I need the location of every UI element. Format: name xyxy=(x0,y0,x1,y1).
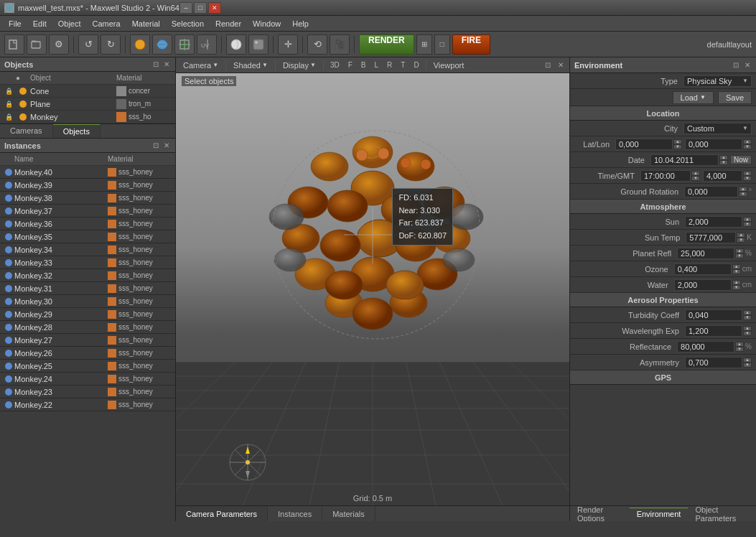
vp-close-btn[interactable]: ✕ xyxy=(556,61,565,69)
planet-spinner[interactable]: ▲ ▼ xyxy=(735,248,744,258)
gmt-spinner[interactable]: ▲ ▼ xyxy=(743,171,752,181)
render-options-2[interactable]: □ xyxy=(434,34,450,55)
instance-row[interactable]: Monkey.33 sss_honey xyxy=(0,256,175,269)
save-button[interactable]: Save xyxy=(718,91,752,104)
tab-cameras[interactable]: Cameras xyxy=(0,124,53,138)
new-button[interactable] xyxy=(4,34,24,55)
view-f[interactable]: F xyxy=(346,61,355,69)
sun-spinner[interactable]: ▲ ▼ xyxy=(743,217,752,227)
sun-temp-down[interactable]: ▼ xyxy=(737,238,745,243)
instance-row[interactable]: Monkey.34 sss_honey xyxy=(0,243,175,256)
type-select[interactable]: Physical Sky ▼ xyxy=(683,75,752,87)
ground-up[interactable]: ▲ xyxy=(739,187,747,192)
reflectance-spinner[interactable]: ▲ ▼ xyxy=(735,342,744,352)
open-button[interactable] xyxy=(27,34,47,55)
settings-button[interactable]: ⚙ xyxy=(49,34,69,55)
object-row-monkey[interactable]: 🔒 Monkey sss_ho xyxy=(0,111,175,123)
lat-up[interactable]: ▲ xyxy=(673,139,682,144)
turbidity-value[interactable]: 0,040 xyxy=(685,309,742,321)
view-d[interactable]: D xyxy=(411,61,421,69)
time-up[interactable]: ▲ xyxy=(691,171,700,176)
sun-up[interactable]: ▲ xyxy=(743,217,752,222)
ozone-value[interactable]: 0,400 xyxy=(674,263,732,275)
instance-row[interactable]: Monkey.22 sss_honey xyxy=(0,398,175,411)
menu-item-window[interactable]: Window xyxy=(247,18,286,29)
ozone-up[interactable]: ▲ xyxy=(732,264,741,269)
minimize-button[interactable]: – xyxy=(179,2,192,14)
redo-button[interactable]: ↻ xyxy=(101,34,121,55)
shading-dropdown[interactable]: Shaded ▼ xyxy=(230,61,271,70)
maximize-button[interactable]: □ xyxy=(194,2,207,14)
viewport-dropdown[interactable]: Viewport xyxy=(431,61,467,70)
bottom-tab-camera-parameters[interactable]: Camera Parameters xyxy=(176,506,268,521)
wavelength-up[interactable]: ▲ xyxy=(743,326,752,331)
lon-spinner[interactable]: ▲ ▼ xyxy=(743,139,752,149)
uv-tool[interactable]: UV xyxy=(197,34,217,55)
instance-row[interactable]: Monkey.26 sss_honey xyxy=(0,347,175,360)
titlebar-controls[interactable]: – □ ✕ xyxy=(179,2,221,14)
instance-row[interactable]: Monkey.25 sss_honey xyxy=(0,360,175,373)
instance-row[interactable]: Monkey.37 sss_honey xyxy=(0,205,175,218)
sun-value[interactable]: 2,000 xyxy=(685,216,742,228)
fire-button[interactable]: FIRE xyxy=(452,34,490,55)
instances-dock[interactable]: ⊡ xyxy=(151,141,160,149)
instance-row[interactable]: Monkey.35 sss_honey xyxy=(0,230,175,243)
sun-temp-spinner[interactable]: ▲ ▼ xyxy=(737,233,745,243)
sun-down[interactable]: ▼ xyxy=(743,222,752,227)
view-b[interactable]: B xyxy=(359,61,368,69)
move-tool[interactable]: ✛ xyxy=(278,34,298,55)
render-button[interactable]: RENDER xyxy=(359,34,414,55)
sphere-tool[interactable] xyxy=(130,34,150,55)
turbidity-down[interactable]: ▼ xyxy=(743,315,752,320)
render-options-1[interactable]: ⊞ xyxy=(416,34,432,55)
time-spinner[interactable]: ▲ ▼ xyxy=(691,171,700,181)
city-select[interactable]: Custom ▼ xyxy=(683,123,752,134)
instance-row[interactable]: Monkey.23 sss_honey xyxy=(0,386,175,398)
object-row-plane[interactable]: 🔒 Plane tron_m xyxy=(0,98,175,111)
menu-item-camera[interactable]: Camera xyxy=(87,18,126,29)
wavelength-down[interactable]: ▼ xyxy=(743,331,752,336)
camera-dropdown[interactable]: Camera ▼ xyxy=(180,61,221,70)
instance-row[interactable]: Monkey.29 sss_honey xyxy=(0,308,175,321)
add-object-tool[interactable] xyxy=(174,34,195,55)
planet-down[interactable]: ▼ xyxy=(735,253,744,258)
lat-spinner[interactable]: ▲ ▼ xyxy=(673,139,682,149)
instance-row[interactable]: Monkey.27 sss_honey xyxy=(0,334,175,347)
now-button[interactable]: Now xyxy=(730,155,752,164)
view-r[interactable]: R xyxy=(385,61,394,69)
date-value[interactable]: 10.04.2011 xyxy=(650,154,719,166)
instance-row[interactable]: Monkey.32 sss_honey xyxy=(0,269,175,282)
wavelength-value[interactable]: 1,200 xyxy=(685,325,742,337)
bottom-tab-materials[interactable]: Materials xyxy=(322,506,375,521)
lon-down[interactable]: ▼ xyxy=(743,144,752,149)
turbidity-spinner[interactable]: ▲ ▼ xyxy=(743,310,752,320)
instance-row[interactable]: Monkey.40 sss_honey xyxy=(0,166,175,179)
menu-item-object[interactable]: Object xyxy=(52,18,87,29)
view-3d[interactable]: 3D xyxy=(328,61,342,69)
lon-up[interactable]: ▲ xyxy=(743,139,752,144)
ozone-down[interactable]: ▼ xyxy=(732,269,741,274)
wavelength-spinner[interactable]: ▲ ▼ xyxy=(743,326,752,336)
instances-list[interactable]: Monkey.40 sss_honey Monkey.39 sss_honey … xyxy=(0,166,175,521)
env-dock-btn[interactable]: ⊡ xyxy=(732,61,740,69)
lat-down[interactable]: ▼ xyxy=(673,144,682,149)
ground-spinner[interactable]: ▲ ▼ xyxy=(739,187,747,197)
sun-temp-value[interactable]: 5777,000 xyxy=(686,232,736,243)
sun-temp-up[interactable]: ▲ xyxy=(737,233,745,238)
env-close-btn[interactable]: ✕ xyxy=(743,61,752,69)
instance-row[interactable]: Monkey.30 sss_honey xyxy=(0,295,175,308)
right-bottom-tab-render-options[interactable]: Render Options xyxy=(570,504,630,522)
texture-tool[interactable] xyxy=(248,34,269,55)
water-spinner[interactable]: ▲ ▼ xyxy=(732,280,741,290)
instance-row[interactable]: Monkey.31 sss_honey xyxy=(0,282,175,295)
ozone-spinner[interactable]: ▲ ▼ xyxy=(732,264,741,274)
planet-value[interactable]: 25,000 xyxy=(677,248,734,259)
viewport-canvas[interactable]: Select objects xyxy=(176,73,569,505)
vp-dock-btn[interactable]: ⊡ xyxy=(543,61,552,69)
menu-item-file[interactable]: File xyxy=(3,18,27,29)
menu-item-help[interactable]: Help xyxy=(286,18,314,29)
instances-close[interactable]: ✕ xyxy=(162,141,171,149)
instance-row[interactable]: Monkey.39 sss_honey xyxy=(0,179,175,192)
water-up[interactable]: ▲ xyxy=(732,280,741,285)
date-spinner[interactable]: ▲ ▼ xyxy=(719,155,728,165)
